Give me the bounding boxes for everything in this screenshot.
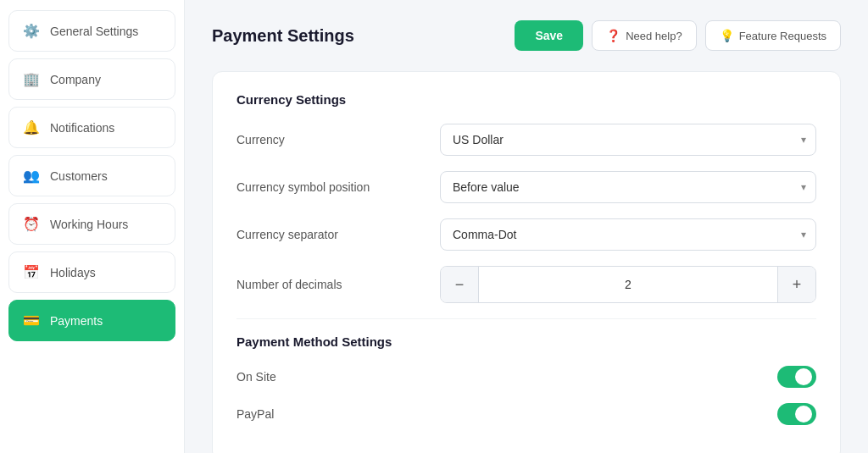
page-title: Payment Settings xyxy=(212,26,354,46)
separator-select-wrapper: Comma-Dot Dot-Comma Space-Comma ▾ xyxy=(440,218,816,251)
feature-requests-button[interactable]: 💡 Feature Requests xyxy=(705,20,841,51)
currency-settings-section: Currency Settings Currency US Dollar Eur… xyxy=(236,92,816,303)
symbol-position-select[interactable]: Before value After value xyxy=(440,171,816,203)
company-icon: 🏢 xyxy=(23,71,40,87)
sidebar-item-company[interactable]: 🏢Company xyxy=(8,58,175,100)
currency-label: Currency xyxy=(236,133,440,146)
sidebar-item-general-settings[interactable]: ⚙️General Settings xyxy=(8,10,175,52)
lightbulb-icon: 💡 xyxy=(720,29,734,42)
main-content: Payment Settings Save ❓ Need help? 💡 Fea… xyxy=(185,0,868,453)
on-site-label: On Site xyxy=(236,370,440,384)
save-button[interactable]: Save xyxy=(515,20,583,51)
paypal-toggle-wrapper xyxy=(440,403,816,425)
sidebar: ⚙️General Settings🏢Company🔔Notifications… xyxy=(0,0,185,453)
decimals-stepper: − 2 + xyxy=(440,266,816,303)
settings-card: Currency Settings Currency US Dollar Eur… xyxy=(212,71,841,453)
sidebar-item-working-hours[interactable]: ⏰Working Hours xyxy=(8,203,175,245)
sidebar-item-label-general-settings: General Settings xyxy=(50,25,138,38)
currency-select-wrapper: US Dollar Euro British Pound Japanese Ye… xyxy=(440,124,816,156)
holidays-icon: 📅 xyxy=(23,264,40,280)
separator-select[interactable]: Comma-Dot Dot-Comma Space-Comma xyxy=(440,218,816,251)
sidebar-item-label-working-hours: Working Hours xyxy=(50,218,128,231)
sidebar-item-payments[interactable]: 💳Payments xyxy=(8,300,175,341)
symbol-position-row: Currency symbol position Before value Af… xyxy=(236,171,816,203)
header-actions: Save ❓ Need help? 💡 Feature Requests xyxy=(515,20,841,51)
on-site-toggle-wrapper xyxy=(440,366,816,388)
sidebar-item-holidays[interactable]: 📅Holidays xyxy=(8,251,175,293)
payment-method-section: Payment Method Settings On Site PayPal xyxy=(236,334,816,425)
sidebar-item-label-company: Company xyxy=(50,73,101,86)
decimals-control: − 2 + xyxy=(440,266,816,303)
separator-row: Currency separator Comma-Dot Dot-Comma S… xyxy=(236,218,816,251)
on-site-slider xyxy=(777,366,816,388)
decimals-value: 2 xyxy=(478,267,778,302)
paypal-slider xyxy=(777,403,816,425)
currency-select[interactable]: US Dollar Euro British Pound Japanese Ye… xyxy=(440,124,816,156)
sidebar-item-notifications[interactable]: 🔔Notifications xyxy=(8,107,175,148)
page-header: Payment Settings Save ❓ Need help? 💡 Fea… xyxy=(212,20,841,51)
separator-control: Comma-Dot Dot-Comma Space-Comma ▾ xyxy=(440,218,816,251)
symbol-position-select-wrapper: Before value After value ▾ xyxy=(440,171,816,203)
on-site-toggle[interactable] xyxy=(777,366,816,388)
sidebar-item-label-payments: Payments xyxy=(50,314,103,328)
sidebar-item-label-holidays: Holidays xyxy=(50,266,96,279)
paypal-control xyxy=(440,403,816,425)
need-help-button[interactable]: ❓ Need help? xyxy=(592,20,697,51)
currency-row: Currency US Dollar Euro British Pound Ja… xyxy=(236,124,816,156)
currency-section-title: Currency Settings xyxy=(236,92,816,107)
decimals-minus-button[interactable]: − xyxy=(441,267,478,302)
sidebar-item-label-customers: Customers xyxy=(50,169,108,183)
help-icon: ❓ xyxy=(606,29,620,42)
currency-control: US Dollar Euro British Pound Japanese Ye… xyxy=(440,124,816,156)
section-divider xyxy=(236,318,816,319)
notifications-icon: 🔔 xyxy=(23,119,40,135)
customers-icon: 👥 xyxy=(23,168,40,184)
sidebar-item-label-notifications: Notifications xyxy=(50,121,114,135)
decimals-row: Number of decimals − 2 + xyxy=(236,266,816,303)
decimals-plus-button[interactable]: + xyxy=(778,267,815,302)
decimals-label: Number of decimals xyxy=(236,278,440,291)
on-site-row: On Site xyxy=(236,366,816,388)
general-settings-icon: ⚙️ xyxy=(23,23,40,39)
symbol-position-control: Before value After value ▾ xyxy=(440,171,816,203)
paypal-row: PayPal xyxy=(236,403,816,425)
working-hours-icon: ⏰ xyxy=(23,216,40,232)
separator-label: Currency separator xyxy=(236,228,440,241)
payments-icon: 💳 xyxy=(23,312,40,329)
symbol-position-label: Currency symbol position xyxy=(236,180,440,194)
paypal-label: PayPal xyxy=(236,407,440,421)
payment-method-section-title: Payment Method Settings xyxy=(236,334,816,349)
sidebar-item-customers[interactable]: 👥Customers xyxy=(8,155,175,196)
on-site-control xyxy=(440,366,816,388)
paypal-toggle[interactable] xyxy=(777,403,816,425)
